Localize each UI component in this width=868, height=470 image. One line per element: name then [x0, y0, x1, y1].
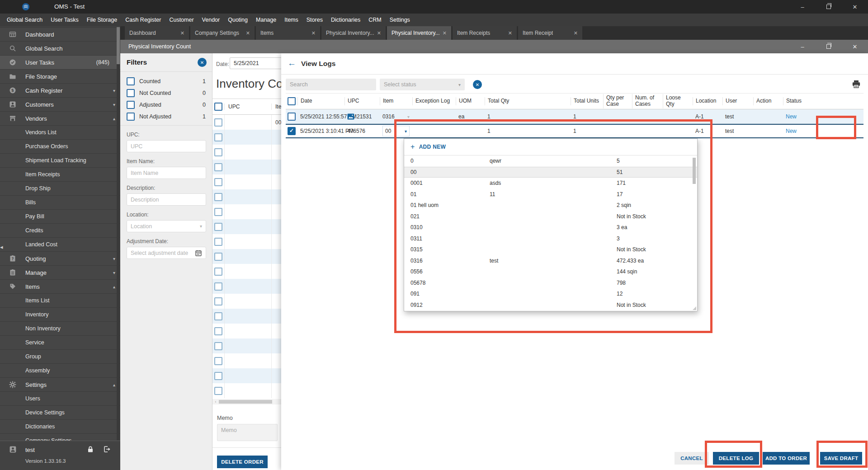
- back-arrow-icon[interactable]: ←: [288, 58, 296, 68]
- inventory-row[interactable]: [212, 174, 281, 189]
- item-select-open[interactable]: 00▾: [382, 126, 410, 136]
- sidebar-item[interactable]: Purchase Orders: [0, 139, 120, 153]
- tab[interactable]: Physical Inventory... ✕: [387, 26, 451, 40]
- inner-close-icon[interactable]: ✕: [842, 40, 868, 53]
- select-all-checkbox[interactable]: [214, 103, 222, 111]
- row-checkbox[interactable]: [214, 282, 222, 291]
- sidebar-item[interactable]: Vendors ▴: [0, 111, 120, 125]
- row-checkbox[interactable]: [214, 297, 222, 306]
- minimize-icon[interactable]: –: [789, 0, 816, 14]
- location-filter-select[interactable]: Location ▾: [127, 220, 206, 232]
- row-checkbox[interactable]: [214, 208, 222, 216]
- row-checkbox[interactable]: [214, 223, 222, 231]
- tab-close-icon[interactable]: ✕: [311, 30, 316, 36]
- scrollbar-thumb[interactable]: [117, 27, 120, 64]
- filter-checkbox[interactable]: [127, 89, 135, 97]
- sidebar-item[interactable]: Customers ▾: [0, 97, 120, 111]
- menu-item[interactable]: Items: [280, 17, 302, 23]
- menu-item[interactable]: Global Search: [3, 17, 47, 23]
- inventory-row[interactable]: [212, 294, 281, 309]
- sidebar-item[interactable]: Device Settings: [0, 405, 120, 419]
- sidebar-item[interactable]: Drop Ship: [0, 181, 120, 195]
- row-checkbox[interactable]: [214, 327, 222, 335]
- tab-close-icon[interactable]: ✕: [377, 30, 381, 36]
- logout-icon[interactable]: [103, 446, 110, 453]
- row-checkbox[interactable]: [214, 163, 222, 171]
- filter-checkbox-row[interactable]: Not Counted 0: [127, 87, 206, 99]
- select-all-checkbox[interactable]: [288, 97, 296, 105]
- tab[interactable]: Physical Inventory... ✕: [321, 26, 386, 40]
- inventory-row[interactable]: [212, 189, 281, 204]
- menu-item[interactable]: Cash Register: [121, 17, 165, 23]
- menu-item[interactable]: User Tasks: [47, 17, 83, 23]
- menu-item[interactable]: Manage: [252, 17, 280, 23]
- dropdown-item[interactable]: 0912 Not in Stock: [404, 300, 697, 311]
- item-select[interactable]: 0316▾: [382, 113, 410, 120]
- sidebar-item[interactable]: Non Inventory: [0, 321, 120, 335]
- sidebar-item[interactable]: File Storage: [0, 69, 120, 83]
- sidebar-item[interactable]: ? Quoting ▾: [0, 251, 120, 265]
- save-draft-button[interactable]: SAVE DRAFT: [820, 452, 862, 465]
- menu-item[interactable]: Quoting: [224, 17, 252, 23]
- sidebar-item[interactable]: Assembly: [0, 363, 120, 377]
- sidebar-scrollbar[interactable]: [117, 27, 120, 440]
- tab[interactable]: Item Receipt ✕: [518, 26, 582, 40]
- sidebar-item[interactable]: Dictionaries: [0, 419, 120, 433]
- printer-icon[interactable]: [852, 80, 861, 89]
- sidebar-collapse-handle[interactable]: ◂: [0, 244, 3, 250]
- sidebar-item[interactable]: Item Receipts: [0, 167, 120, 181]
- sidebar-item[interactable]: Credits: [0, 223, 120, 237]
- search-input[interactable]: [286, 79, 376, 90]
- dropdown-item[interactable]: 0310 3 ea: [404, 222, 697, 233]
- menu-item[interactable]: CRM: [364, 17, 385, 23]
- inventory-row[interactable]: [212, 219, 281, 234]
- status-filter-select[interactable]: Select status ▾: [380, 79, 465, 90]
- filter-checkbox-row[interactable]: Adjusted 0: [127, 99, 206, 111]
- dropdown-item[interactable]: 01 11 17: [404, 189, 697, 200]
- tab-close-icon[interactable]: ✕: [180, 30, 184, 36]
- sidebar-item[interactable]: Service: [0, 335, 120, 349]
- dropdown-item[interactable]: 00 51: [404, 167, 697, 178]
- tab-close-icon[interactable]: ✕: [443, 30, 447, 36]
- dropdown-item[interactable]: 091 12: [404, 288, 697, 300]
- row-checkbox[interactable]: [214, 357, 222, 365]
- tab-close-icon[interactable]: ✕: [508, 30, 512, 36]
- row-checkbox[interactable]: [214, 253, 222, 261]
- tab[interactable]: Items ✕: [256, 26, 320, 40]
- inventory-row[interactable]: [212, 383, 281, 398]
- item-name-filter-input[interactable]: [127, 167, 206, 179]
- row-checkbox[interactable]: [214, 268, 222, 276]
- clear-filters-icon[interactable]: ✕: [473, 80, 482, 89]
- inventory-row[interactable]: [212, 130, 281, 145]
- log-row[interactable]: 5/25/2021 3:10:41 PM 476576 00▾ 1 1 A-1 …: [286, 124, 863, 138]
- sidebar-item[interactable]: Vendors List: [0, 125, 120, 139]
- filter-checkbox-row[interactable]: Counted 1: [127, 75, 206, 87]
- row-checkbox[interactable]: [288, 127, 296, 135]
- inventory-row[interactable]: [212, 145, 281, 160]
- tab-close-icon[interactable]: ✕: [246, 30, 250, 36]
- tab-close-icon[interactable]: ✕: [574, 30, 578, 36]
- row-checkbox[interactable]: [214, 148, 222, 156]
- row-checkbox[interactable]: [214, 372, 222, 380]
- inventory-row[interactable]: [212, 264, 281, 279]
- lock-icon[interactable]: [87, 446, 94, 453]
- row-checkbox[interactable]: [214, 193, 222, 201]
- dropdown-item[interactable]: 0316 test 472.433 ea: [404, 255, 697, 267]
- sidebar-item[interactable]: Settings ▴: [0, 377, 120, 391]
- inventory-row[interactable]: [212, 204, 281, 219]
- filters-close-icon[interactable]: ✕: [198, 58, 207, 67]
- dropdown-item[interactable]: 0311 3: [404, 233, 697, 244]
- restore-icon[interactable]: [816, 0, 842, 14]
- inventory-row[interactable]: [212, 338, 281, 353]
- description-filter-input[interactable]: [127, 193, 206, 206]
- inventory-row[interactable]: [212, 368, 281, 383]
- inventory-row[interactable]: [212, 353, 281, 368]
- status-link[interactable]: New: [783, 113, 863, 120]
- inventory-row[interactable]: [212, 279, 281, 294]
- sidebar-item[interactable]: Users: [0, 391, 120, 405]
- inventory-row[interactable]: 00: [212, 115, 281, 130]
- row-checkbox[interactable]: [214, 387, 222, 395]
- inner-minimize-icon[interactable]: –: [789, 40, 816, 53]
- row-checkbox[interactable]: [214, 178, 222, 186]
- tab[interactable]: Item Receipts ✕: [453, 26, 517, 40]
